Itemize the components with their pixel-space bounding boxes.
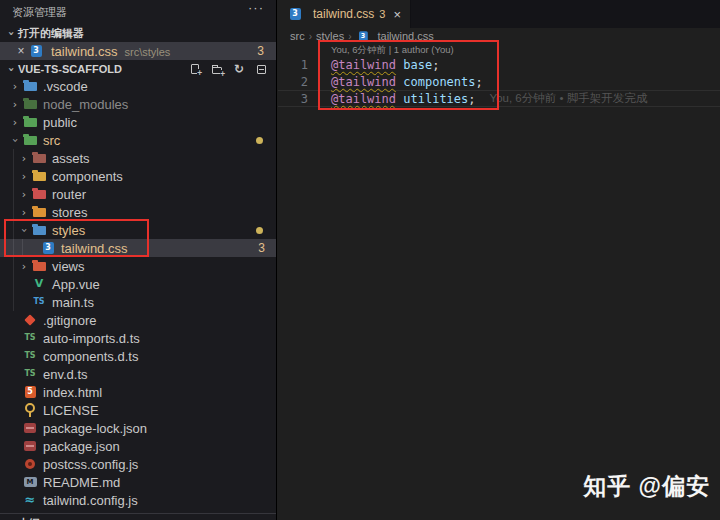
tree-item-router[interactable]: ›router xyxy=(0,185,277,203)
editor-area: tailwind.css 3 × src › styles › tailwind… xyxy=(278,0,720,520)
tree-item-label: postcss.config.js xyxy=(43,457,138,472)
tab-tailwind-css[interactable]: tailwind.css 3 × xyxy=(278,0,411,28)
folder-icon xyxy=(31,258,47,274)
tree-item-package.json[interactable]: package.json xyxy=(0,437,277,455)
vue-file-icon xyxy=(31,276,47,292)
css3-file-icon xyxy=(287,6,303,22)
tree-item-views[interactable]: ›views xyxy=(0,257,277,275)
tree-item-.gitignore[interactable]: .gitignore xyxy=(0,311,277,329)
folder-icon xyxy=(31,222,47,238)
chevron-right-icon[interactable]: › xyxy=(17,188,31,201)
tree-item-label: main.ts xyxy=(52,295,94,310)
modified-dot-badge xyxy=(256,137,263,144)
chevron-right-icon[interactable]: › xyxy=(17,170,31,183)
ts-blue-file-icon xyxy=(31,294,47,310)
vscode-window: 资源管理器 ··· › 打开的编辑器 × tailwind.css src\st… xyxy=(0,0,720,520)
code-line-3[interactable]: 3 @tailwind utilities; You, 6分钟前 • 脚手架开发… xyxy=(278,90,720,107)
open-editor-file-path: src\styles xyxy=(124,46,170,58)
tree-item-assets[interactable]: ›assets xyxy=(0,149,277,167)
modified-dot-badge xyxy=(256,227,263,234)
breadcrumb-tailwind-css[interactable]: tailwind.css xyxy=(377,30,433,42)
chevron-right-icon: › xyxy=(309,31,312,42)
tree-item-env.d.ts[interactable]: env.d.ts xyxy=(0,365,277,383)
tree-item-label: package.json xyxy=(43,439,120,454)
close-icon[interactable]: × xyxy=(14,44,28,58)
line-number: 2 xyxy=(278,75,308,89)
indent-guide xyxy=(22,239,23,257)
folder-icon xyxy=(22,132,38,148)
watermark: 知乎 @偏安 xyxy=(583,471,710,502)
tree-item-components[interactable]: ›components xyxy=(0,167,277,185)
ts-green-file-icon xyxy=(22,366,38,382)
directive-value: base xyxy=(403,58,432,72)
tree-item-index.html[interactable]: index.html xyxy=(0,383,277,401)
tree-item-label: tailwind.css xyxy=(61,241,127,256)
tree-item-label: stores xyxy=(52,205,87,220)
npm-file-icon xyxy=(22,420,38,436)
tree-item-components.d.ts[interactable]: components.d.ts xyxy=(0,347,277,365)
breadcrumb-src[interactable]: src xyxy=(290,30,305,42)
gitlens-inline-blame: You, 6分钟前 • 脚手架开发完成 xyxy=(490,91,648,106)
new-folder-icon[interactable] xyxy=(210,62,224,76)
explorer-actions: ↻ xyxy=(188,62,268,76)
close-icon[interactable]: × xyxy=(393,7,401,22)
markdown-file-icon xyxy=(22,474,38,490)
css-file-icon xyxy=(40,240,56,256)
outline-section[interactable]: › 大纲 xyxy=(0,513,276,520)
chevron-right-icon[interactable]: › xyxy=(17,152,31,165)
folder-icon xyxy=(22,114,38,130)
tab-title: tailwind.css xyxy=(313,7,374,21)
code-area[interactable]: You, 6分钟前 | 1 author (You) 1 @tailwind b… xyxy=(278,44,720,107)
refresh-icon[interactable]: ↻ xyxy=(232,62,246,76)
git-file-icon xyxy=(22,312,38,328)
tree-item-App.vue[interactable]: App.vue xyxy=(0,275,277,293)
tree-item-auto-imports.d.ts[interactable]: auto-imports.d.ts xyxy=(0,329,277,347)
directive-value: components xyxy=(403,75,475,89)
line-number: 3 xyxy=(278,92,308,106)
tree-item-styles[interactable]: ›styles xyxy=(0,221,277,239)
chevron-down-icon[interactable]: › xyxy=(18,223,31,237)
chevron-right-icon[interactable]: › xyxy=(8,98,22,111)
problems-badge: 3 xyxy=(258,241,265,255)
tree-item-tailwind.css[interactable]: tailwind.css3 xyxy=(0,239,277,257)
tree-item-package-lock.json[interactable]: package-lock.json xyxy=(0,419,277,437)
chevron-right-icon[interactable]: › xyxy=(17,260,31,273)
html-file-icon xyxy=(22,384,38,400)
tree-item-main.ts[interactable]: main.ts xyxy=(0,293,277,311)
more-actions-icon[interactable]: ··· xyxy=(248,0,264,15)
tree-item-label: src xyxy=(43,133,60,148)
code-line-1[interactable]: 1 @tailwind base; xyxy=(278,56,720,73)
folder-icon xyxy=(31,168,47,184)
collapse-all-icon[interactable] xyxy=(254,62,268,76)
tree-item-public[interactable]: ›public xyxy=(0,113,277,131)
tree-item-label: index.html xyxy=(43,385,102,400)
tree-item-label: package-lock.json xyxy=(43,421,147,436)
tree-item-label: views xyxy=(52,259,85,274)
tree-item-tailwind.config.js[interactable]: tailwind.config.js xyxy=(0,491,277,509)
open-editor-item-tailwind-css[interactable]: × tailwind.css src\styles 3 xyxy=(0,42,276,60)
ts-green-file-icon xyxy=(22,330,38,346)
tree-item-src[interactable]: ›src xyxy=(0,131,277,149)
problems-badge: 3 xyxy=(257,44,264,58)
code-line-2[interactable]: 2 @tailwind components; xyxy=(278,73,720,90)
tree-item-.vscode[interactable]: ›.vscode xyxy=(0,77,277,95)
tree-item-LICENSE[interactable]: LICENSE xyxy=(0,401,277,419)
open-editors-section-header[interactable]: › 打开的编辑器 xyxy=(0,24,276,42)
folder-icon xyxy=(31,186,47,202)
tree-item-label: router xyxy=(52,187,86,202)
tree-item-label: README.md xyxy=(43,475,120,490)
chevron-right-icon[interactable]: › xyxy=(8,80,22,93)
new-file-icon[interactable] xyxy=(188,62,202,76)
tree-item-node_modules[interactable]: ›node_modules xyxy=(0,95,277,113)
tree-item-postcss.config.js[interactable]: postcss.config.js xyxy=(0,455,277,473)
codelens-blame-summary[interactable]: You, 6分钟前 | 1 author (You) xyxy=(278,44,720,56)
tree-item-stores[interactable]: ›stores xyxy=(0,203,277,221)
chevron-right-icon[interactable]: › xyxy=(8,116,22,129)
file-tree: ›.vscode›node_modules›public›src›assets›… xyxy=(0,77,277,520)
workspace-section-header[interactable]: › VUE-TS-SCAFFOLD ↻ xyxy=(0,60,276,78)
breadcrumb-styles[interactable]: styles xyxy=(316,30,344,42)
tree-item-label: .vscode xyxy=(43,79,88,94)
chevron-down-icon[interactable]: › xyxy=(9,133,22,147)
tree-item-README.md[interactable]: README.md xyxy=(0,473,277,491)
chevron-right-icon[interactable]: › xyxy=(17,206,31,219)
